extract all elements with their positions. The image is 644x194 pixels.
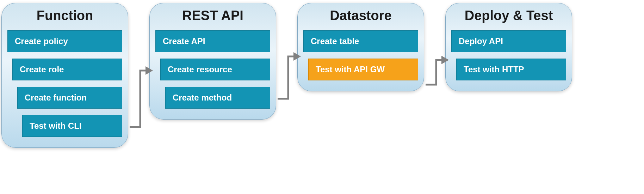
steps-list: Create API Create resource Create method (155, 30, 270, 109)
stage-title: REST API (155, 8, 270, 23)
step-item: Create function (17, 87, 122, 109)
step-item: Create method (165, 87, 270, 109)
step-item: Create policy (7, 30, 122, 52)
stage-card-rest-api: REST API Create API Create resource Crea… (149, 3, 276, 120)
stage-card-deploy-test: Deploy & Test Deploy API Test with HTTP (445, 3, 572, 91)
stage-title: Function (7, 8, 122, 23)
step-item-highlight: Test with API GW (308, 59, 418, 80)
step-item: Create API (155, 30, 270, 52)
step-item: Create role (12, 59, 122, 80)
stage-title: Datastore (303, 8, 418, 23)
steps-list: Deploy API Test with HTTP (451, 30, 566, 80)
step-item: Deploy API (451, 30, 566, 52)
step-item: Create table (303, 30, 418, 52)
stage-title: Deploy & Test (451, 8, 566, 23)
steps-list: Create policy Create role Create functio… (7, 30, 122, 137)
step-item: Test with HTTP (456, 59, 566, 80)
step-item: Test with CLI (22, 115, 122, 137)
steps-list: Create table Test with API GW (303, 30, 418, 80)
stage-card-function: Function Create policy Create role Creat… (1, 3, 128, 148)
stages-container: Function Create policy Create role Creat… (0, 0, 644, 151)
stage-card-datastore: Datastore Create table Test with API GW (297, 3, 424, 91)
step-item: Create resource (160, 59, 270, 80)
